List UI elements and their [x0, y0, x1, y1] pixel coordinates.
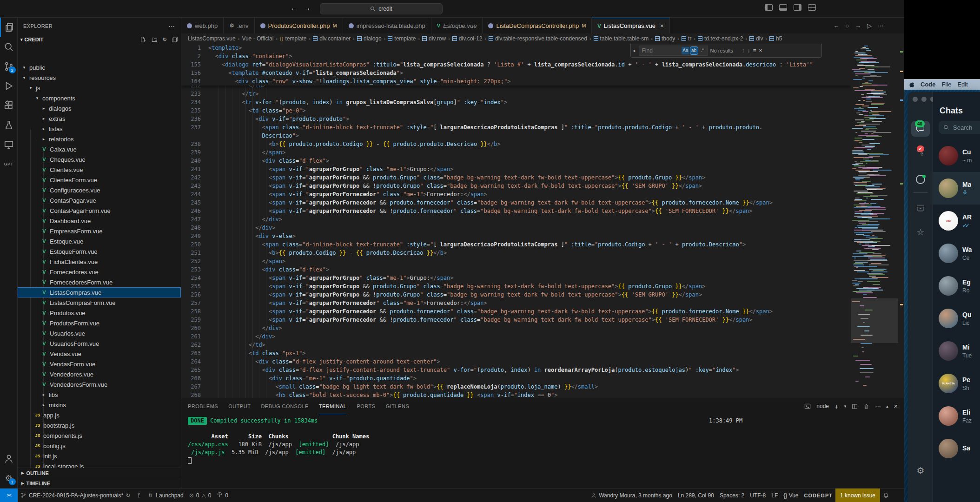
notifications-item[interactable] — [880, 489, 892, 502]
panel-tab-debug-console[interactable]: DEBUG CONSOLE — [261, 398, 308, 414]
code-line-257[interactable]: 257 <span v-if="agruparPorFornecedor" cl… — [181, 299, 851, 307]
code-line-252[interactable]: 252 </span> — [181, 257, 851, 265]
code-line-243[interactable]: 243 <span v-if="agruparPorGrupo && !prod… — [181, 182, 851, 190]
find-in-selection-icon[interactable]: ≡ — [753, 47, 756, 54]
code-line-155[interactable]: 155 <dialogo ref="dialogoVisualizarLista… — [181, 60, 851, 69]
cursor-position-item[interactable]: Ln 289, Col 90 — [675, 489, 717, 502]
maximize-panel-icon[interactable]: ▴ — [886, 404, 888, 409]
menu-item-edit[interactable]: Edit — [957, 81, 967, 88]
code-line-234[interactable]: 234 <tr v-for="(produto, index) in grupo… — [181, 98, 851, 106]
explorer-more-icon[interactable]: ⋯ — [169, 22, 175, 30]
code-line-250[interactable]: 250 <span class="d-inline-block text-tru… — [181, 240, 851, 249]
new-folder-icon[interactable] — [152, 36, 158, 43]
tab-estoque.vue[interactable]: VEstoque.vue — [431, 18, 483, 33]
match-case-toggle[interactable]: Aa — [682, 47, 689, 54]
toggle-primary-sidebar-icon[interactable] — [765, 4, 773, 11]
git-branch-item[interactable]: CRE-2024-0915-PA-Ajustes-pontuais* ↻ — [18, 489, 133, 502]
breadcrumb-item[interactable]: td.text-end.px-2 — [698, 35, 743, 42]
archived-nav-button[interactable] — [908, 204, 933, 213]
launchpad-item[interactable]: Launchpad — [145, 489, 186, 502]
tree-item-app.js[interactable]: JSapp.js — [18, 410, 181, 420]
code-line-259[interactable]: 259 <span v-if="agruparPorFornecedor && … — [181, 316, 851, 324]
sidebar-item-search[interactable] — [0, 37, 18, 57]
tab-web.php[interactable]: web.php — [181, 18, 224, 33]
tree-item-clientes.vue[interactable]: VClientes.vue — [18, 165, 181, 175]
code-line-246[interactable]: 246 <span v-if="agruparPorFornecedor && … — [181, 207, 851, 215]
tree-item-init.js[interactable]: JSinit.js — [18, 451, 181, 461]
breadcrumb-item[interactable]: h5 — [769, 35, 782, 42]
tab-produtoscontroller.php[interactable]: ProdutosController.phpM — [255, 18, 343, 33]
menu-item-code[interactable]: Code — [920, 81, 936, 88]
tree-item-produtosform.vue[interactable]: VProdutosForm.vue — [18, 318, 181, 328]
code-line-wrap[interactable]: Descricao"> — [181, 132, 851, 140]
chat-list-item[interactable]: Sa — [933, 432, 980, 465]
chat-list-item[interactable]: WaCe — [933, 237, 980, 270]
code-line-268[interactable]: 268 <h5 class="bold text-success mb-0">{… — [181, 391, 851, 398]
sidebar-item-testing[interactable] — [0, 115, 18, 135]
new-terminal-icon[interactable]: + — [834, 403, 839, 410]
tree-item-extras[interactable]: ▸extras — [18, 113, 181, 124]
code-line-255[interactable]: 255 <span v-if="agruparPorGrupo && produ… — [181, 282, 851, 291]
tree-item-components[interactable]: ▾components — [18, 93, 181, 103]
manage-button[interactable]: ⚙ 1 — [0, 469, 18, 488]
chat-list-item[interactable]: EgRo — [933, 270, 980, 302]
breadcrumb-item[interactable]: template — [388, 35, 416, 42]
tree-item-produtos.vue[interactable]: VProdutos.vue — [18, 308, 181, 318]
code-line-237[interactable]: 237 <span class="d-inline-block text-tru… — [181, 123, 851, 132]
tree-item-estoqueform.vue[interactable]: VEstoqueForm.vue — [18, 246, 181, 257]
breadcrumb-item[interactable]: ListasCompras.vue — [188, 35, 236, 42]
chat-list-item[interactable]: QuLic — [933, 302, 980, 335]
timeline-section[interactable]: ▸TIMELINE — [18, 478, 181, 488]
tab-impressao-lista.blade.php[interactable]: impressao-lista.blade.php — [343, 18, 431, 33]
tree-item-cheques.vue[interactable]: VCheques.vue — [18, 154, 181, 165]
tree-item-config.js[interactable]: JSconfig.js — [18, 441, 181, 451]
code-line-238[interactable]: 238 <b>{{ produto.produto.Codigo }} - {{… — [181, 140, 851, 148]
code-line-256[interactable]: 256 <span v-if="agruparPorGrupo && !prod… — [181, 291, 851, 299]
code-line-267[interactable]: 267 <small class="badge bg-light text-da… — [181, 383, 851, 391]
code-editor[interactable]: 232 </td>233 </tr>234 <tr v-for="(produt… — [181, 44, 904, 398]
find-next-icon[interactable]: ↓ — [748, 47, 750, 54]
tree-item-dashboard.vue[interactable]: VDashboard.vue — [18, 216, 181, 226]
new-file-icon[interactable] — [140, 36, 147, 43]
terminal-shell-label[interactable]: node — [816, 403, 829, 410]
known-issue-badge[interactable]: 1 known issue — [835, 489, 880, 502]
status-nav-button[interactable] — [908, 175, 933, 184]
code-line-233[interactable]: 233 </tr> — [181, 90, 851, 98]
tab-listascompras.vue[interactable]: VListasCompras.vue× — [592, 18, 669, 33]
tree-item-empresasform.vue[interactable]: VEmpresasForm.vue — [18, 226, 181, 236]
tab-listadecomprascontroller.php[interactable]: ListaDeComprasController.phpM — [483, 18, 592, 33]
calls-nav-button[interactable]: ↙ — [908, 149, 933, 158]
tree-item-configuracoes.vue[interactable]: VConfiguracoes.vue — [18, 185, 181, 195]
code-line-251[interactable]: 251 <b>{{ produto.Codigo }} - {{ produto… — [181, 249, 851, 257]
whole-word-toggle[interactable]: ab — [690, 47, 698, 54]
tree-item-resources[interactable]: ▾resources — [18, 73, 181, 83]
chat-list-item[interactable]: PLANETAPeSh — [933, 367, 980, 400]
collapse-all-icon[interactable] — [172, 36, 178, 43]
terminal[interactable]: DONE Compiled successfully in 15834ms 1:… — [188, 417, 895, 488]
chat-list-item[interactable]: MiTue — [933, 335, 980, 367]
breadcrumb-item[interactable]: Vue - Official — [242, 35, 273, 42]
tree-item-usuariosform.vue[interactable]: VUsuariosForm.vue — [18, 338, 181, 349]
eol-item[interactable]: LF — [768, 489, 781, 502]
code-line-247[interactable]: 247 </div> — [181, 215, 851, 224]
tree-item-vendedores.vue[interactable]: VVendedores.vue — [18, 369, 181, 379]
breadcrumb-item[interactable]: div — [749, 35, 763, 42]
gitlens-item[interactable] — [133, 489, 145, 502]
code-line-249[interactable]: 249 <div v-else> — [181, 232, 851, 240]
tree-item-relatorios[interactable]: ▸relatorios — [18, 134, 181, 144]
git-blame-item[interactable]: Wandry Moura, 3 months ago — [588, 489, 675, 502]
chat-list-item[interactable]: AMAR✓✓ — [933, 205, 980, 237]
code-line-236[interactable]: 236 <div v-if="produto.produto"> — [181, 115, 851, 123]
remote-indicator[interactable]: >< — [0, 489, 18, 502]
tree-item-caixa.vue[interactable]: VCaixa.vue — [18, 144, 181, 154]
command-center-search[interactable]: credit — [320, 3, 443, 14]
tree-item-listas[interactable]: ▸listas — [18, 124, 181, 134]
toggle-panel-icon[interactable] — [779, 4, 787, 11]
encoding-item[interactable]: UTF-8 — [747, 489, 768, 502]
chat-list-item[interactable]: Cu~ m — [933, 139, 980, 172]
tree-item-js[interactable]: ▾js — [18, 83, 181, 93]
minimap-slider[interactable] — [851, 298, 898, 343]
breadcrumb-item[interactable]: div.row — [422, 35, 446, 42]
tree-item-fichaclientes.vue[interactable]: VFichaClientes.vue — [18, 257, 181, 267]
close-tab-icon[interactable]: × — [660, 22, 664, 29]
